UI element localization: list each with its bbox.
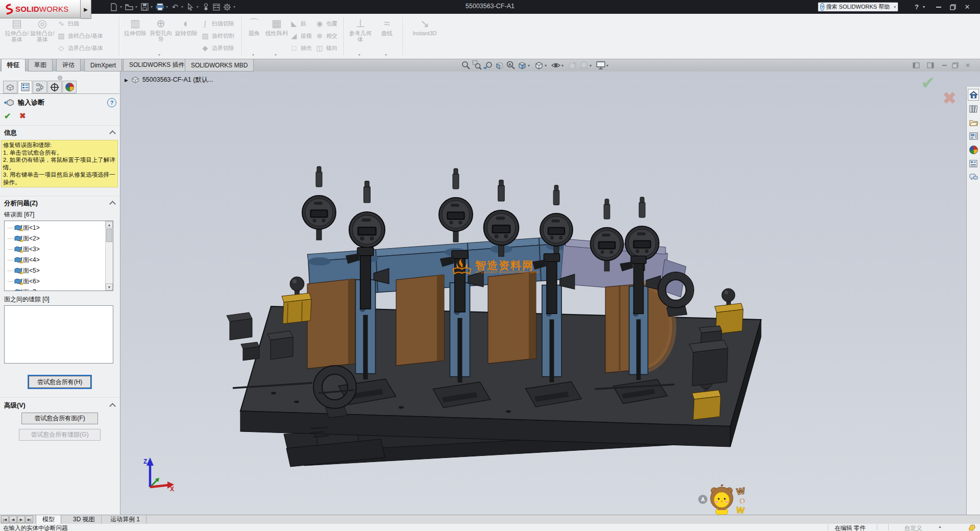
ribbon-fillet-button[interactable]: ⌒圆角 [244,17,264,36]
ribbon-revolve-cut-button[interactable]: ◐旋转切除 [174,17,199,36]
solidworks-logo[interactable]: SOLIDWORKS [0,0,81,18]
ribbon-loft-cut-button[interactable]: ▨放样切割 [201,30,234,41]
tab-3d-views[interactable]: 3D 视图 [67,515,102,524]
section-view-icon[interactable] [495,60,505,70]
last-tab-button[interactable]: ▶| [26,516,33,523]
collapse-right-pane-icon[interactable] [926,61,935,69]
search-input[interactable]: 搜索 SOLIDWORKS 帮助 [826,3,890,11]
ribbon-linear-pattern-button[interactable]: ▦线性阵列 [265,17,288,36]
hide-show-items-icon[interactable] [551,60,561,70]
document-node-label[interactable]: 55003563-CF-A1 (默认... [142,76,213,84]
tab-model[interactable]: 模型 [36,515,61,524]
curves-dropdown[interactable]: ▾ [385,53,387,57]
confirm-cancel-icon[interactable]: ✖ [942,88,957,108]
zoom-to-fit-icon[interactable] [461,60,471,70]
ribbon-intersect-button[interactable]: ⊗相交 [315,30,337,41]
new-file-dropdown[interactable]: ▾ [120,5,122,9]
undo-icon[interactable]: ↶ [170,3,180,12]
minimize-button[interactable] [933,0,944,14]
hole-wizard-dropdown[interactable]: ▾ [158,53,160,57]
view-settings-icon[interactable] [596,60,606,70]
tab-dimxpert[interactable]: DimXpert [84,59,122,71]
tab-dimxpert-manager[interactable] [47,81,62,93]
advanced-section-header[interactable]: 高级(V) [4,401,26,410]
save-dropdown[interactable]: ▾ [151,5,153,9]
advanced-collapse-chevron[interactable] [109,403,116,409]
gaps-list[interactable] [4,305,113,364]
design-library-icon[interactable] [968,103,979,114]
tag-icon[interactable] [968,524,976,531]
info-section-header[interactable]: 信息 [4,129,17,137]
linear-pattern-dropdown[interactable]: ▾ [275,53,277,57]
ribbon-loft-boss-button[interactable]: ▧放样凸台/基体 [57,30,103,41]
prev-tab-button[interactable]: ◀ [9,516,17,523]
tab-display-manager[interactable] [62,81,77,93]
ribbon-mirror-button[interactable]: ◫镜向 [315,42,337,54]
options-gear-icon[interactable] [223,3,232,12]
tab-configuration-manager[interactable] [33,81,47,93]
help-button[interactable]: ? [913,0,921,14]
graphics-viewport[interactable]: ▶ 55003563-CF-A1 (默认... [120,71,980,515]
restore-button[interactable] [947,0,959,14]
split-icon[interactable] [201,3,210,12]
view-orientation-dropdown[interactable]: ▾ [528,63,530,68]
panel-splitter-handle[interactable] [58,76,62,80]
view-palette-icon[interactable] [968,130,979,142]
feature-list-icon[interactable] [212,3,221,12]
tab-feature-manager[interactable] [3,81,17,93]
scroll-down-icon[interactable]: ▼ [106,283,113,291]
feature-tree-flyout[interactable]: ▶ 55003563-CF-A1 (默认... [125,76,213,84]
help-dropdown[interactable]: ▾ [921,0,927,14]
help-search-box[interactable]: ? 搜索 SOLIDWORKS 帮助 ▾ [818,2,898,12]
tab-solidworks-addins[interactable]: SOLIDWORKS 插件 [123,59,191,71]
tab-motion-study[interactable]: 运动算例 1 [104,515,146,524]
zoom-to-area-icon[interactable] [472,60,482,70]
apply-scene-dropdown[interactable]: ▾ [590,63,592,68]
ribbon-rib-button[interactable]: ◣筋 [290,18,312,29]
custom-status[interactable]: 自定义 [904,524,922,531]
list-item-face[interactable]: 面<2> [5,233,113,244]
faces-list-scrollbar[interactable]: ▲ ▼ [105,221,113,291]
status-expand-icon[interactable]: ▲ [938,525,942,528]
home-icon[interactable] [968,89,979,101]
edit-appearance-icon[interactable] [568,60,578,70]
tab-features[interactable]: 特征 [1,59,26,71]
display-style-icon[interactable] [534,60,544,70]
list-item-face[interactable]: 面<6> [5,276,113,287]
new-file-icon[interactable] [109,3,118,12]
heal-all-gaps-button[interactable]: 尝试愈合所有缝隙(G) [19,429,101,441]
ribbon-sweep-button[interactable]: ∿扫描 [57,18,103,29]
heal-all-button[interactable]: 尝试愈合所有(H) [29,376,91,388]
ribbon-sweep-cut-button[interactable]: ∫扫描切除 [201,18,234,29]
ribbon-draft-button[interactable]: ◢拔模 [290,30,312,41]
ribbon-curves-button[interactable]: ≈曲线 [377,17,397,36]
undo-dropdown[interactable]: ▾ [181,5,183,9]
ribbon-shell-button[interactable]: □抽壳 [290,42,312,54]
previous-view-icon[interactable] [483,60,494,70]
accept-button[interactable]: ✔ [4,111,11,121]
ribbon-extrude-cut-button[interactable]: ▥拉伸切除 [122,17,148,36]
open-file-icon[interactable] [125,3,134,12]
ribbon-revolve-boss-button[interactable]: ◎旋转凸台/基体 [30,17,55,42]
list-item-face[interactable]: 面<1> [5,223,113,233]
3d-model[interactable] [182,128,845,485]
ribbon-reference-geometry-button[interactable]: ⊥参考几何体 [347,17,374,42]
view-orientation-icon[interactable] [517,60,527,70]
heal-all-faces-button[interactable]: 尝试愈合所有面(F) [21,413,98,424]
tab-property-manager[interactable] [18,81,32,93]
scrollbar-thumb[interactable] [106,229,112,242]
display-style-dropdown[interactable]: ▾ [545,63,547,68]
appearances-icon[interactable] [968,144,979,156]
next-tab-button[interactable]: ▶ [17,516,25,523]
ribbon-instant3d-button[interactable]: ↘Instant3D [408,17,441,36]
tab-sketch[interactable]: 草图 [28,59,53,71]
list-item-face[interactable]: 面<3> [5,244,113,255]
list-item-face[interactable]: 面<5> [5,266,113,276]
ribbon-wrap-button[interactable]: ◉包覆 [315,18,337,29]
close-button[interactable]: ✕ [962,0,973,14]
analyze-section-header[interactable]: 分析问题(Z) [4,199,38,208]
logo-flyout-arrow[interactable]: ▶ [81,0,91,19]
open-file-dropdown[interactable]: ▾ [135,5,137,9]
ribbon-hole-wizard-button[interactable]: ⊕异型孔向导 [148,17,174,42]
options-dropdown[interactable]: ▾ [233,5,235,9]
